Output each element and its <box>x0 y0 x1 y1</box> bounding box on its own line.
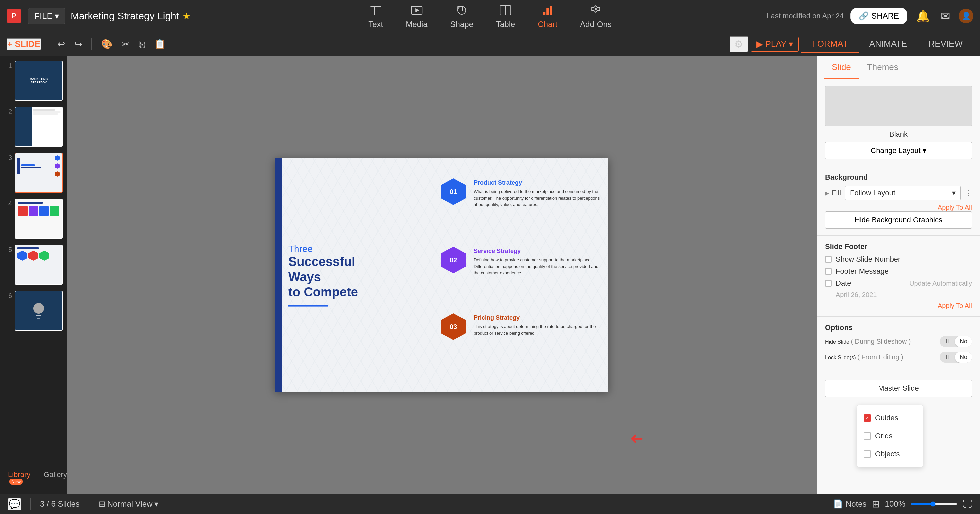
toolbar-shape[interactable]: Shape <box>447 2 477 30</box>
slide-thumbnail-3[interactable]: 3 <box>3 151 64 194</box>
slide-thumbnail-5[interactable]: 5 <box>3 243 64 286</box>
library-tab[interactable]: Library New <box>3 468 36 491</box>
date-checkbox[interactable] <box>825 280 832 286</box>
view-mode-button[interactable]: ⊞ Normal View ▾ <box>99 499 159 509</box>
format-tabs: FORMAT ANIMATE REVIEW <box>801 35 973 53</box>
show-slide-number-row: Show Slide Number <box>825 255 972 264</box>
add-slide-button[interactable]: + SLIDE <box>7 38 41 50</box>
panel-tab-slide[interactable]: Slide <box>824 56 859 80</box>
panel-tab-themes[interactable]: Themes <box>859 56 906 80</box>
svg-marker-3 <box>415 8 419 12</box>
slide-thumb-img-1[interactable]: MARKETINGSTRATEGY <box>15 60 63 101</box>
file-label: FILE <box>34 11 52 21</box>
canvas-area[interactable]: Three Successful Ways to Compete 01 Prod… <box>67 56 817 494</box>
toolbar-text[interactable]: Text <box>365 2 387 30</box>
favorite-icon[interactable]: ★ <box>182 11 191 22</box>
dropdown-chevron-icon: ▾ <box>952 189 956 197</box>
slide-thumbnail-6[interactable]: 6 <box>3 289 64 332</box>
top-bar: P FILE ▾ Marketing Strategy Light ★ Text… <box>0 0 980 32</box>
right-panel: Slide Themes Blank Change Layout ▾ Backg… <box>817 56 980 494</box>
toolbar-chart[interactable]: Chart <box>535 2 561 30</box>
toolbar-table[interactable]: Table <box>493 2 518 30</box>
tab-animate[interactable]: ANIMATE <box>859 35 918 53</box>
slide-thumbnail-2[interactable]: 2 <box>3 105 64 148</box>
fill-options-icon[interactable]: ⋮ <box>965 189 972 197</box>
undo-button[interactable]: ↩ <box>55 37 68 51</box>
slide-thumb-img-6[interactable] <box>15 291 63 331</box>
guides-checkbox[interactable]: ✓ <box>864 414 871 422</box>
slide-canvas[interactable]: Three Successful Ways to Compete 01 Prod… <box>275 158 608 391</box>
grid-icon[interactable]: ⊞ <box>872 499 880 510</box>
date-label: Date <box>836 279 851 288</box>
date-row: Date Update Automatically <box>825 279 972 288</box>
lock-toggle-no-option[interactable]: No <box>955 352 972 363</box>
zoom-slider[interactable] <box>911 501 957 507</box>
objects-checkbox[interactable] <box>864 450 871 458</box>
slide-thumb-img-2[interactable] <box>15 107 63 146</box>
lock-slide-toggle[interactable]: ⏸ No <box>940 352 972 363</box>
tab-review[interactable]: REVIEW <box>918 35 973 53</box>
slide-thumb-img-4[interactable] <box>15 199 63 239</box>
toolbar-addons[interactable]: Add-Ons <box>577 2 615 30</box>
main-layout: 1 MARKETINGSTRATEGY 2 <box>0 56 980 494</box>
strategy-item-2[interactable]: 02 Service Strategy Defining how to prov… <box>432 245 605 276</box>
strategy-3-body: This strategy is about determining the r… <box>474 323 605 336</box>
strategy-item-1[interactable]: 01 Product Strategy What is being delive… <box>432 177 605 208</box>
fill-dropdown[interactable]: Follow Layout ▾ <box>845 186 961 201</box>
slide-thumbnail-1[interactable]: 1 MARKETINGSTRATEGY <box>3 59 64 102</box>
guides-option[interactable]: ✓ Guides <box>857 409 923 427</box>
settings-icon[interactable]: ⚙ <box>730 36 748 52</box>
footer-message-row: Footer Message <box>825 267 972 276</box>
slide-thumbnail-4[interactable]: 4 <box>3 197 64 240</box>
paste-button[interactable]: 📋 <box>151 37 168 51</box>
file-menu-button[interactable]: FILE ▾ <box>28 8 65 24</box>
grids-option[interactable]: Grids <box>857 427 923 445</box>
toggle-no-option[interactable]: No <box>955 336 972 347</box>
fullscreen-icon[interactable]: ⛶ <box>963 499 972 510</box>
document-title: Marketing Strategy Light ★ <box>71 10 191 22</box>
fill-label: Fill <box>832 189 841 197</box>
slide-footer-section: Slide Footer Show Slide Number Footer Me… <box>817 236 980 317</box>
play-triangle-icon: ▶ <box>756 39 763 49</box>
tab-format[interactable]: FORMAT <box>801 35 859 53</box>
footer-apply-all[interactable]: Apply To All <box>825 302 972 310</box>
lock-toggle-pause-icon: ⏸ <box>940 352 955 363</box>
hex-num-2: 02 <box>450 256 457 264</box>
svg-rect-1 <box>374 6 375 15</box>
slide-thumb-img-3[interactable] <box>15 153 63 193</box>
notifications-icon[interactable]: 🔔 <box>914 7 932 25</box>
date-value: April 26, 2021 <box>836 291 972 299</box>
hide-slide-toggle[interactable]: ⏸ No <box>940 336 972 347</box>
options-title: Options <box>825 323 972 332</box>
fill-chevron-icon: ▶ <box>825 190 829 196</box>
footer-message-label: Footer Message <box>836 267 889 276</box>
slide-left-content[interactable]: Three Successful Ways to Compete <box>288 243 382 307</box>
footer-message-checkbox[interactable] <box>825 268 832 275</box>
slide-thumb-img-5[interactable] <box>15 245 63 285</box>
master-slide-area: Master Slide <box>817 374 980 402</box>
grids-checkbox[interactable] <box>864 432 871 440</box>
strategy-3-heading: Pricing Strategy <box>474 314 605 321</box>
slide-three-text: Three <box>288 243 382 254</box>
copy-button[interactable]: ⎘ <box>136 38 147 51</box>
master-slide-button[interactable]: Master Slide <box>825 380 972 397</box>
background-apply-all[interactable]: Apply To All <box>825 204 972 211</box>
show-slide-number-checkbox[interactable] <box>825 256 832 263</box>
slide-title: Successful Ways to Compete <box>288 254 382 300</box>
share-button[interactable]: 🔗 SHARE <box>850 8 907 24</box>
play-button[interactable]: ▶ PLAY ▾ <box>751 37 799 52</box>
cut-button[interactable]: ✂ <box>119 37 132 51</box>
notes-button[interactable]: 📄 Notes <box>833 499 867 509</box>
hide-background-button[interactable]: Hide Background Graphics <box>825 211 972 229</box>
avatar[interactable]: 👤 <box>959 9 973 23</box>
new-badge: New <box>10 479 23 485</box>
change-layout-button[interactable]: Change Layout ▾ <box>825 142 972 159</box>
toolbar-media[interactable]: Media <box>402 2 431 30</box>
paint-format-button[interactable]: 🎨 <box>98 37 115 51</box>
mail-icon[interactable]: ✉ <box>939 7 952 25</box>
strategy-2-heading: Service Strategy <box>474 248 605 255</box>
redo-button[interactable]: ↪ <box>72 37 85 51</box>
objects-option[interactable]: Objects <box>857 445 923 463</box>
chat-icon[interactable]: 💬 <box>8 498 21 510</box>
strategy-item-3[interactable]: 03 Pricing Strategy This strategy is abo… <box>432 312 605 342</box>
